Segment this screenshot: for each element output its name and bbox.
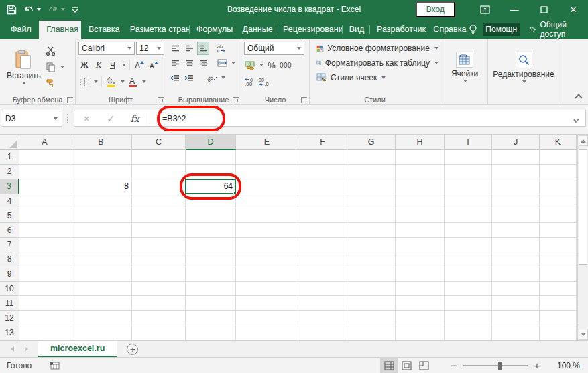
increase-font-button[interactable]: A: [133, 58, 145, 72]
format-as-table-button[interactable]: Форматировать как таблицу: [316, 56, 438, 70]
align-top-button[interactable]: [169, 42, 181, 55]
cells-button[interactable]: Ячейки: [443, 41, 486, 93]
number-dialog-launcher[interactable]: [301, 97, 307, 103]
cell-B8[interactable]: [70, 252, 132, 267]
cell-H2[interactable]: [396, 165, 445, 179]
merge-center-button[interactable]: [216, 56, 228, 70]
column-header-C[interactable]: C: [132, 135, 186, 150]
cell-A9[interactable]: [19, 267, 70, 282]
minimize-button[interactable]: —: [499, 0, 529, 19]
column-header-H[interactable]: H: [396, 135, 445, 150]
cell-K8[interactable]: [540, 252, 577, 267]
cell-C13[interactable]: [132, 325, 186, 340]
cell-J1[interactable]: [492, 150, 540, 165]
cell-I12[interactable]: [445, 311, 492, 325]
underline-dropdown-icon[interactable]: [122, 64, 126, 66]
cell-I9[interactable]: [445, 267, 492, 282]
row-header-7[interactable]: 7: [0, 238, 19, 252]
cell-K3[interactable]: [540, 179, 577, 194]
cell-I4[interactable]: [445, 194, 492, 209]
cell-G5[interactable]: [347, 208, 396, 223]
cell-E7[interactable]: [236, 238, 298, 252]
cell-C10[interactable]: [132, 282, 186, 297]
cell-G3[interactable]: [347, 179, 396, 194]
view-page-layout-button[interactable]: [398, 358, 415, 373]
cell-F10[interactable]: [298, 282, 347, 297]
scroll-up-arrow[interactable]: [579, 135, 588, 146]
cell-D12[interactable]: [186, 311, 236, 325]
row-header-2[interactable]: 2: [0, 165, 19, 179]
save-button[interactable]: [7, 5, 17, 15]
cell-B5[interactable]: [70, 208, 132, 223]
formula-input-area[interactable]: × ✓ fx =B3^2: [74, 110, 586, 127]
cell-F1[interactable]: [298, 150, 347, 165]
cell-D3[interactable]: 64: [186, 179, 236, 194]
cell-F2[interactable]: [298, 165, 347, 179]
cell-B2[interactable]: [70, 165, 132, 179]
cut-button[interactable]: [45, 44, 57, 58]
cell-A13[interactable]: [19, 325, 70, 340]
zoom-in-button[interactable]: +: [533, 360, 541, 371]
tab-home[interactable]: Главная: [39, 21, 81, 39]
row-header-6[interactable]: 6: [0, 223, 19, 238]
row-header-12[interactable]: 12: [0, 311, 19, 325]
tab-help[interactable]: Справка: [426, 21, 469, 39]
cell-H9[interactable]: [396, 267, 445, 282]
cell-D9[interactable]: [186, 267, 236, 282]
orientation-dropdown-icon[interactable]: [221, 76, 225, 79]
align-center-button[interactable]: [183, 56, 195, 70]
cell-D4[interactable]: [186, 194, 236, 209]
clipboard-dialog-launcher[interactable]: [67, 97, 73, 103]
editing-button[interactable]: Редактирование: [491, 41, 556, 93]
cell-D8[interactable]: [186, 252, 236, 267]
row-header-10[interactable]: 10: [0, 282, 19, 297]
cell-F3[interactable]: [298, 179, 347, 194]
cell-E4[interactable]: [236, 194, 298, 209]
cell-J13[interactable]: [492, 325, 540, 340]
cell-F5[interactable]: [298, 208, 347, 223]
cell-C4[interactable]: [132, 194, 186, 209]
collapse-ribbon-icon[interactable]: [575, 94, 582, 101]
italic-button[interactable]: К: [93, 58, 105, 72]
column-header-E[interactable]: E: [236, 135, 298, 150]
tab-insert[interactable]: Вставка: [81, 21, 123, 39]
format-painter-button[interactable]: [45, 76, 57, 90]
redo-dropdown-icon[interactable]: [61, 8, 65, 11]
row-header-9[interactable]: 9: [0, 267, 19, 282]
cell-C8[interactable]: [132, 252, 186, 267]
tab-developer[interactable]: Разработчик: [369, 21, 426, 39]
cell-E5[interactable]: [236, 208, 298, 223]
column-header-A[interactable]: A: [19, 135, 70, 150]
currency-dropdown-icon[interactable]: [259, 64, 263, 66]
cell-E11[interactable]: [236, 296, 298, 311]
cell-B11[interactable]: [70, 296, 132, 311]
cell-D13[interactable]: [186, 325, 236, 340]
align-right-button[interactable]: [197, 56, 209, 70]
row-header-3[interactable]: 3: [0, 179, 19, 194]
insert-function-button[interactable]: fx: [123, 113, 147, 124]
expand-formula-bar-icon[interactable]: [573, 117, 579, 123]
tab-review[interactable]: Рецензировани: [276, 21, 342, 39]
cell-K2[interactable]: [540, 165, 577, 179]
fill-color-button[interactable]: [105, 75, 117, 88]
decrease-font-button[interactable]: A: [148, 58, 160, 72]
zoom-slider[interactable]: [463, 365, 528, 366]
cell-I1[interactable]: [445, 150, 492, 165]
align-middle-button[interactable]: [183, 42, 195, 55]
cell-F9[interactable]: [298, 267, 347, 282]
column-header-I[interactable]: I: [445, 135, 492, 150]
cell-F7[interactable]: [298, 238, 347, 252]
cell-H4[interactable]: [396, 194, 445, 209]
cell-A11[interactable]: [19, 296, 70, 311]
borders-button[interactable]: [78, 75, 91, 88]
cell-J8[interactable]: [492, 252, 540, 267]
cell-H8[interactable]: [396, 252, 445, 267]
cell-J4[interactable]: [492, 194, 540, 209]
cell-F13[interactable]: [298, 325, 347, 340]
wrap-text-button[interactable]: abc: [216, 42, 228, 55]
cell-I3[interactable]: [445, 179, 492, 194]
font-size-select[interactable]: 12: [136, 42, 164, 55]
cell-A3[interactable]: [19, 179, 70, 194]
sheet-tab-active[interactable]: microexcel.ru: [38, 341, 117, 357]
cell-G10[interactable]: [347, 282, 396, 297]
